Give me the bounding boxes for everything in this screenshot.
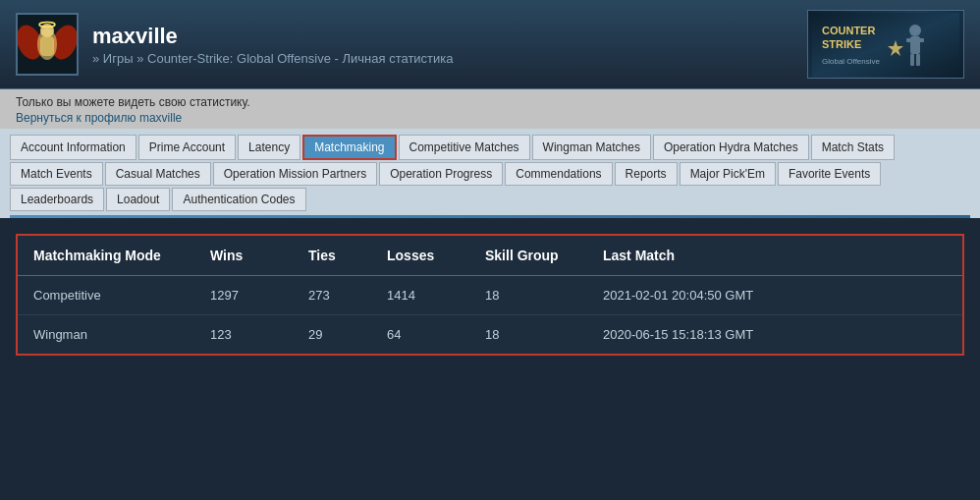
col-header-losses: Losses [371,236,469,276]
cell-losses: 64 [371,315,469,355]
cell-last_match: 2020-06-15 15:18:13 GMT [587,315,962,355]
game-logo: COUNTER STRIKE Global Offensive [807,10,964,79]
tab-match-stats[interactable]: Match Stats [811,135,895,160]
svg-rect-10 [906,38,924,42]
header-title: maxville » Игры » Counter-Strike: Global… [92,24,454,66]
tabs-row-3: LeaderboardsLoadoutAuthentication Codes [10,188,970,211]
tab-operation-progress[interactable]: Operation Progress [379,162,503,186]
cell-ties: 29 [293,315,371,355]
tab-prime-account[interactable]: Prime Account [138,135,236,160]
col-header-wins: Wins [194,236,293,276]
main-content: Matchmaking Mode Wins Ties Losses Skill … [0,218,980,371]
matchmaking-table: Matchmaking Mode Wins Ties Losses Skill … [18,236,962,354]
tab-matchmaking[interactable]: Matchmaking [302,135,396,160]
username: maxville [92,24,454,49]
tab-casual-matches[interactable]: Casual Matches [105,162,211,186]
table-row: Competitive12972731414182021-02-01 20:04… [18,276,962,315]
header-left: maxville » Игры » Counter-Strike: Global… [16,13,454,76]
tab-operation-mission-partners[interactable]: Operation Mission Partners [213,162,377,186]
tab-authentication-codes[interactable]: Authentication Codes [172,188,305,211]
table-row: Wingman1232964182020-06-15 15:18:13 GMT [18,315,962,355]
tab-loadout[interactable]: Loadout [106,188,170,211]
col-header-skill-group: Skill Group [469,236,587,276]
cell-mode: Wingman [18,315,194,355]
col-header-last-match: Last Match [587,236,962,276]
notice-bar: Только вы можете видеть свою статистику.… [0,89,980,129]
tabs-area: Account InformationPrime AccountLatencyM… [0,129,980,218]
profile-link[interactable]: Вернуться к профилю maxville [16,111,182,125]
avatar [16,13,79,76]
svg-rect-6 [40,36,54,56]
cell-wins: 123 [194,315,293,355]
tab-account-information[interactable]: Account Information [10,135,136,160]
breadcrumb: » Игры » Counter-Strike: Global Offensiv… [92,51,454,66]
tab-latency[interactable]: Latency [238,135,300,160]
cell-mode: Competitive [18,276,194,315]
cell-skill_group: 18 [469,315,587,355]
svg-text:STRIKE: STRIKE [822,38,861,50]
cell-last_match: 2021-02-01 20:04:50 GMT [587,276,962,315]
cell-losses: 1414 [371,276,469,315]
col-header-mode: Matchmaking Mode [18,236,194,276]
svg-point-8 [909,25,921,36]
cell-wins: 1297 [194,276,293,315]
cell-skill_group: 18 [469,276,587,315]
tab-reports[interactable]: Reports [615,162,678,186]
tab-major-pickEm[interactable]: Major Pick'Em [680,162,776,186]
matchmaking-table-container: Matchmaking Mode Wins Ties Losses Skill … [16,234,964,356]
svg-rect-12 [916,54,920,66]
notice-text: Только вы можете видеть свою статистику. [16,95,964,109]
tab-match-events[interactable]: Match Events [10,162,103,186]
tab-wingman-matches[interactable]: Wingman Matches [532,135,651,160]
page-header: maxville » Игры » Counter-Strike: Global… [0,0,980,89]
tabs-row-1: Account InformationPrime AccountLatencyM… [10,135,970,160]
tab-favorite-events[interactable]: Favorite Events [778,162,881,186]
svg-text:Global Offensive: Global Offensive [822,57,881,66]
table-header-row: Matchmaking Mode Wins Ties Losses Skill … [18,236,962,276]
tab-commendations[interactable]: Commendations [505,162,612,186]
tab-operation-hydra-matches[interactable]: Operation Hydra Matches [653,135,809,160]
svg-text:COUNTER: COUNTER [822,25,875,36]
col-header-ties: Ties [293,236,371,276]
tab-leaderboards[interactable]: Leaderboards [10,188,104,211]
tab-competitive-matches[interactable]: Competitive Matches [399,135,530,160]
cell-ties: 273 [293,276,371,315]
svg-rect-11 [910,54,914,66]
tabs-row-2: Match EventsCasual MatchesOperation Miss… [10,162,970,186]
svg-point-4 [40,24,54,37]
